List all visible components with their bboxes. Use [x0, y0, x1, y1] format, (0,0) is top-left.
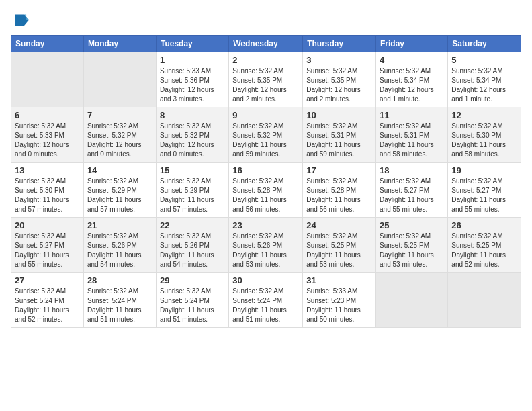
day-number: 12: [451, 110, 517, 120]
day-info: Sunrise: 5:32 AM Sunset: 5:26 PM Dayligh…: [160, 232, 225, 269]
day-number: 29: [160, 275, 225, 285]
page-header: [11, 11, 521, 30]
calendar-cell: 23Sunrise: 5:32 AM Sunset: 5:26 PM Dayli…: [229, 218, 303, 273]
day-info: Sunrise: 5:32 AM Sunset: 5:27 PM Dayligh…: [380, 177, 444, 214]
day-info: Sunrise: 5:32 AM Sunset: 5:32 PM Dayligh…: [87, 122, 152, 159]
day-number: 2: [232, 55, 299, 65]
day-number: 19: [451, 165, 517, 175]
header-monday: Monday: [83, 36, 156, 52]
calendar-cell: 6Sunrise: 5:32 AM Sunset: 5:33 PM Daylig…: [11, 107, 84, 163]
calendar-cell: 26Sunrise: 5:32 AM Sunset: 5:25 PM Dayli…: [448, 218, 521, 273]
day-number: 14: [87, 165, 152, 175]
calendar-cell: 5Sunrise: 5:32 AM Sunset: 5:34 PM Daylig…: [448, 52, 521, 107]
calendar-cell: 9Sunrise: 5:32 AM Sunset: 5:32 PM Daylig…: [229, 107, 303, 163]
calendar-cell: 13Sunrise: 5:32 AM Sunset: 5:30 PM Dayli…: [11, 163, 84, 218]
day-info: Sunrise: 5:32 AM Sunset: 5:27 PM Dayligh…: [15, 232, 80, 269]
calendar-cell: 29Sunrise: 5:32 AM Sunset: 5:24 PM Dayli…: [156, 273, 228, 328]
day-number: 8: [160, 110, 225, 120]
day-info: Sunrise: 5:32 AM Sunset: 5:28 PM Dayligh…: [306, 177, 372, 214]
day-info: Sunrise: 5:32 AM Sunset: 5:25 PM Dayligh…: [306, 232, 372, 269]
day-info: Sunrise: 5:32 AM Sunset: 5:26 PM Dayligh…: [232, 232, 299, 269]
calendar-cell: 12Sunrise: 5:32 AM Sunset: 5:30 PM Dayli…: [448, 107, 521, 163]
calendar-cell: [11, 52, 84, 107]
calendar-cell: 2Sunrise: 5:32 AM Sunset: 5:35 PM Daylig…: [229, 52, 303, 107]
calendar-cell: 24Sunrise: 5:32 AM Sunset: 5:25 PM Dayli…: [303, 218, 376, 273]
week-row-5: 27Sunrise: 5:32 AM Sunset: 5:24 PM Dayli…: [11, 273, 521, 328]
calendar-cell: 14Sunrise: 5:32 AM Sunset: 5:29 PM Dayli…: [83, 163, 156, 218]
calendar-cell: 20Sunrise: 5:32 AM Sunset: 5:27 PM Dayli…: [11, 218, 84, 273]
calendar-cell: 7Sunrise: 5:32 AM Sunset: 5:32 PM Daylig…: [83, 107, 156, 163]
day-info: Sunrise: 5:32 AM Sunset: 5:26 PM Dayligh…: [87, 232, 152, 269]
day-info: Sunrise: 5:32 AM Sunset: 5:34 PM Dayligh…: [451, 66, 517, 104]
day-info: Sunrise: 5:32 AM Sunset: 5:31 PM Dayligh…: [306, 122, 372, 159]
calendar-cell: 10Sunrise: 5:32 AM Sunset: 5:31 PM Dayli…: [303, 107, 376, 163]
day-number: 31: [306, 275, 372, 285]
calendar-cell: 16Sunrise: 5:32 AM Sunset: 5:28 PM Dayli…: [229, 163, 303, 218]
day-info: Sunrise: 5:32 AM Sunset: 5:25 PM Dayligh…: [451, 232, 517, 269]
calendar-table: SundayMondayTuesdayWednesdayThursdayFrid…: [11, 35, 521, 328]
week-row-4: 20Sunrise: 5:32 AM Sunset: 5:27 PM Dayli…: [11, 218, 521, 273]
calendar-cell: 21Sunrise: 5:32 AM Sunset: 5:26 PM Dayli…: [83, 218, 156, 273]
header-thursday: Thursday: [303, 36, 376, 52]
day-info: Sunrise: 5:32 AM Sunset: 5:33 PM Dayligh…: [15, 122, 80, 159]
day-info: Sunrise: 5:32 AM Sunset: 5:25 PM Dayligh…: [380, 232, 444, 269]
day-number: 21: [87, 220, 152, 230]
calendar-cell: [83, 52, 156, 107]
calendar-cell: 17Sunrise: 5:32 AM Sunset: 5:28 PM Dayli…: [303, 163, 376, 218]
day-number: 22: [160, 220, 225, 230]
day-number: 11: [380, 110, 444, 120]
header-wednesday: Wednesday: [229, 36, 303, 52]
day-info: Sunrise: 5:33 AM Sunset: 5:23 PM Dayligh…: [306, 287, 372, 324]
week-row-2: 6Sunrise: 5:32 AM Sunset: 5:33 PM Daylig…: [11, 107, 521, 163]
calendar-cell: 15Sunrise: 5:32 AM Sunset: 5:29 PM Dayli…: [156, 163, 228, 218]
calendar-cell: 19Sunrise: 5:32 AM Sunset: 5:27 PM Dayli…: [448, 163, 521, 218]
day-number: 18: [380, 165, 444, 175]
calendar-cell: 1Sunrise: 5:33 AM Sunset: 5:36 PM Daylig…: [156, 52, 228, 107]
calendar-cell: 8Sunrise: 5:32 AM Sunset: 5:32 PM Daylig…: [156, 107, 228, 163]
calendar-body: 1Sunrise: 5:33 AM Sunset: 5:36 PM Daylig…: [11, 52, 521, 328]
day-number: 28: [87, 275, 152, 285]
day-info: Sunrise: 5:32 AM Sunset: 5:24 PM Dayligh…: [15, 287, 80, 324]
day-number: 7: [87, 110, 152, 120]
day-number: 27: [15, 275, 80, 285]
logo: [11, 11, 32, 30]
header-tuesday: Tuesday: [156, 36, 228, 52]
day-info: Sunrise: 5:32 AM Sunset: 5:29 PM Dayligh…: [160, 177, 225, 214]
day-number: 15: [160, 165, 225, 175]
day-number: 9: [232, 110, 299, 120]
day-info: Sunrise: 5:32 AM Sunset: 5:24 PM Dayligh…: [232, 287, 299, 324]
day-info: Sunrise: 5:32 AM Sunset: 5:29 PM Dayligh…: [87, 177, 152, 214]
day-number: 6: [15, 110, 80, 120]
week-row-1: 1Sunrise: 5:33 AM Sunset: 5:36 PM Daylig…: [11, 52, 521, 107]
day-number: 24: [306, 220, 372, 230]
calendar-cell: 27Sunrise: 5:32 AM Sunset: 5:24 PM Dayli…: [11, 273, 84, 328]
header-sunday: Sunday: [11, 36, 84, 52]
calendar-cell: 25Sunrise: 5:32 AM Sunset: 5:25 PM Dayli…: [376, 218, 448, 273]
day-number: 5: [451, 55, 517, 65]
day-info: Sunrise: 5:32 AM Sunset: 5:31 PM Dayligh…: [380, 122, 444, 159]
calendar-cell: 18Sunrise: 5:32 AM Sunset: 5:27 PM Dayli…: [376, 163, 448, 218]
header-friday: Friday: [376, 36, 448, 52]
calendar-cell: 22Sunrise: 5:32 AM Sunset: 5:26 PM Dayli…: [156, 218, 228, 273]
logo-icon: [11, 11, 30, 30]
day-number: 30: [232, 275, 299, 285]
header-saturday: Saturday: [448, 36, 521, 52]
day-number: 17: [306, 165, 372, 175]
calendar-cell: 4Sunrise: 5:32 AM Sunset: 5:34 PM Daylig…: [376, 52, 448, 107]
day-info: Sunrise: 5:32 AM Sunset: 5:27 PM Dayligh…: [451, 177, 517, 214]
day-number: 1: [160, 55, 225, 65]
day-info: Sunrise: 5:33 AM Sunset: 5:36 PM Dayligh…: [160, 66, 225, 104]
calendar-header: SundayMondayTuesdayWednesdayThursdayFrid…: [11, 36, 521, 52]
day-number: 23: [232, 220, 299, 230]
calendar-cell: [448, 273, 521, 328]
day-info: Sunrise: 5:32 AM Sunset: 5:24 PM Dayligh…: [160, 287, 225, 324]
day-info: Sunrise: 5:32 AM Sunset: 5:34 PM Dayligh…: [380, 66, 444, 104]
day-number: 10: [306, 110, 372, 120]
header-row: SundayMondayTuesdayWednesdayThursdayFrid…: [11, 36, 521, 52]
day-number: 25: [380, 220, 444, 230]
day-info: Sunrise: 5:32 AM Sunset: 5:28 PM Dayligh…: [232, 177, 299, 214]
day-info: Sunrise: 5:32 AM Sunset: 5:30 PM Dayligh…: [451, 122, 517, 159]
day-info: Sunrise: 5:32 AM Sunset: 5:35 PM Dayligh…: [232, 66, 299, 104]
calendar-cell: 28Sunrise: 5:32 AM Sunset: 5:24 PM Dayli…: [83, 273, 156, 328]
calendar-cell: 30Sunrise: 5:32 AM Sunset: 5:24 PM Dayli…: [229, 273, 303, 328]
